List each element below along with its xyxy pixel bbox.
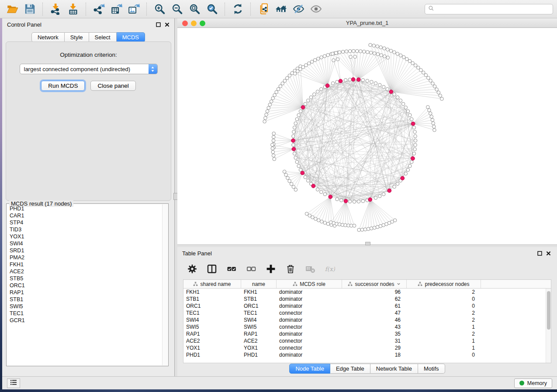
control-tabs: NetworkStyleSelectMCDS — [2, 32, 174, 42]
column-header-successor-nodes[interactable]: successor nodes — [342, 280, 407, 288]
mcds-node-item[interactable]: SWI5 — [10, 303, 162, 310]
table-row[interactable]: PHD1PHD1dominator180 — [183, 351, 551, 358]
table-row[interactable]: STB1STB1dominator620 — [183, 296, 551, 303]
delete-column-icon[interactable] — [285, 264, 296, 274]
float-panel-icon[interactable] — [537, 251, 542, 256]
mcds-node-item[interactable]: YOX1 — [10, 233, 162, 240]
tab-mcds[interactable]: MCDS — [117, 32, 145, 42]
mcds-node-item[interactable]: TID3 — [10, 226, 162, 233]
table-row[interactable]: TEC1TEC1connector472 — [183, 309, 551, 316]
cell-successor-nodes: 29 — [342, 345, 407, 351]
show-columns-icon[interactable] — [207, 264, 217, 274]
toolbar-separator — [146, 3, 147, 16]
table-options-gear-icon[interactable] — [187, 264, 197, 274]
memory-button[interactable]: Memory — [514, 378, 552, 388]
mcds-node-item[interactable]: PMA2 — [10, 254, 162, 261]
mcds-node-item[interactable]: RAP1 — [10, 289, 162, 296]
mcds-node-item[interactable]: SRD1 — [10, 247, 162, 254]
zoom-out-icon[interactable] — [169, 2, 185, 17]
create-column-icon[interactable] — [266, 264, 276, 274]
tab-edge-table[interactable]: Edge Table — [330, 364, 370, 374]
mcds-node-item[interactable]: STB5 — [10, 275, 162, 282]
refresh-network-icon[interactable] — [230, 2, 246, 17]
export-image-icon[interactable] — [126, 2, 142, 17]
cybrowser-home-icon[interactable] — [273, 2, 289, 17]
run-mcds-button[interactable]: Run MCDS — [41, 81, 85, 91]
mcds-node-item[interactable]: STP4 — [10, 219, 162, 226]
clone-network-icon[interactable] — [256, 2, 271, 17]
import-network-icon[interactable] — [48, 2, 63, 17]
tab-select[interactable]: Select — [89, 32, 117, 42]
mcds-node-item[interactable]: TEC1 — [10, 310, 162, 317]
table-row[interactable]: SWI5SWI5connector431 — [183, 323, 551, 330]
close-panel-button[interactable]: Close panel — [90, 81, 135, 91]
mcds-node-item[interactable]: PHD1 — [10, 205, 162, 212]
table-row[interactable]: FKH1FKH1dominator962 — [183, 289, 551, 296]
column-header-mcds-role[interactable]: MCDS role — [277, 280, 342, 288]
tab-motifs[interactable]: Motifs — [418, 364, 445, 374]
mcds-node-item[interactable]: CAR1 — [10, 212, 162, 219]
tab-network-table[interactable]: Network Table — [370, 364, 418, 374]
select-all-columns-icon[interactable] — [226, 264, 237, 274]
main-toolbar-icons — [3, 2, 325, 17]
open-session-icon[interactable] — [4, 2, 20, 17]
mcds-node-item[interactable]: ACE2 — [10, 268, 162, 275]
tab-node-table[interactable]: Node Table — [289, 364, 330, 374]
table-row[interactable]: RAP1RAP1dominator352 — [183, 330, 551, 337]
horizontal-splitter-grip[interactable] — [365, 242, 370, 245]
search-input[interactable] — [436, 6, 550, 12]
import-table-icon[interactable] — [65, 2, 81, 17]
mcds-node-item[interactable]: FKH1 — [10, 261, 162, 268]
mcds-result-list: PHD1CAR1STP4TID3YOX1SWI4SRD1PMA2FKH1ACE2… — [7, 205, 162, 365]
float-panel-icon[interactable] — [156, 22, 161, 27]
cell-predecessor-nodes: 0 — [407, 296, 481, 302]
table-row[interactable]: YOX1YOX1connector291 — [183, 344, 551, 351]
desktop-wallpaper-strip-bottom — [0, 389, 557, 392]
show-hidden-icon[interactable] — [308, 2, 324, 17]
mcds-result-scrollbar[interactable] — [162, 204, 168, 365]
mcds-node-item[interactable]: STB1 — [10, 296, 162, 303]
tab-network[interactable]: Network — [31, 32, 65, 42]
zoom-window-button[interactable] — [200, 21, 205, 26]
export-network-icon[interactable] — [91, 2, 107, 17]
close-window-button[interactable] — [182, 21, 188, 26]
column-header-name[interactable]: name — [241, 280, 277, 288]
table-row[interactable]: ORC1ORC1dominator610 — [183, 303, 551, 309]
network-window-titlebar[interactable]: YPA_prune.txt_1 — [177, 18, 557, 28]
unselect-all-columns-icon[interactable] — [246, 264, 256, 274]
cell-successor-nodes: 18 — [342, 352, 407, 358]
table-scrollbar[interactable] — [546, 289, 551, 363]
mcds-result-box: MCDS result (17 nodes) PHD1CAR1STP4TID3Y… — [6, 203, 169, 366]
tab-style[interactable]: Style — [65, 32, 89, 42]
mcds-node-item[interactable]: ORC1 — [10, 282, 162, 289]
table-row[interactable]: ACE2ACE2connector311 — [183, 337, 551, 344]
cell-predecessor-nodes: 0 — [407, 303, 481, 309]
table-row[interactable]: SWI4SWI4dominator462 — [183, 316, 551, 323]
cell-name: YOX1 — [241, 345, 277, 351]
close-panel-icon[interactable] — [165, 22, 170, 27]
column-header-shared-name[interactable]: shared name — [183, 280, 241, 288]
zoom-fit-icon[interactable] — [187, 2, 202, 17]
minimize-window-button[interactable] — [191, 21, 197, 26]
cell-shared-name: SWI5 — [183, 324, 241, 330]
optimization-criterion-select[interactable]: largest connected component (undirected) — [20, 64, 158, 74]
cell-successor-nodes: 62 — [342, 296, 407, 302]
column-header-predecessor-nodes[interactable]: predecessor nodes — [407, 280, 481, 288]
export-table-icon[interactable] — [108, 2, 124, 17]
table-scrollbar-thumb[interactable] — [547, 291, 550, 330]
cell-shared-name: SWI4 — [183, 317, 241, 323]
network-canvas[interactable] — [177, 28, 557, 244]
cell-successor-nodes: 35 — [342, 331, 407, 337]
developer-log-button[interactable] — [7, 378, 20, 388]
mcds-node-item[interactable]: SWI4 — [10, 240, 162, 247]
status-bar: Memory — [2, 376, 557, 389]
close-panel-icon[interactable] — [546, 251, 551, 256]
mcds-node-item[interactable]: GCR1 — [10, 317, 162, 324]
zoom-in-icon[interactable] — [152, 2, 167, 17]
hide-panels-icon[interactable] — [291, 2, 306, 17]
cell-name: SWI4 — [241, 317, 277, 323]
zoom-selected-icon[interactable] — [204, 2, 220, 17]
cell-successor-nodes: 96 — [342, 289, 407, 295]
save-session-icon[interactable] — [22, 2, 38, 17]
table-body: FKH1FKH1dominator962STB1STB1dominator620… — [183, 289, 551, 358]
